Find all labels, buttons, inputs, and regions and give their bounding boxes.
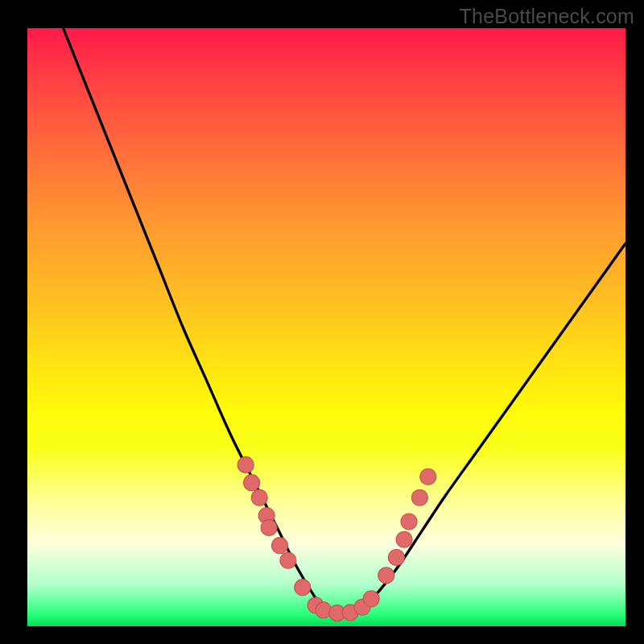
curve-marker	[378, 568, 394, 584]
curve-markers	[237, 456, 436, 621]
curve-marker	[363, 591, 379, 607]
watermark-text: TheBottleneck.com	[460, 5, 634, 28]
curve-marker	[251, 489, 267, 506]
chart-frame: TheBottleneck.com	[0, 0, 644, 644]
curve-marker	[411, 489, 427, 506]
curve-marker	[261, 519, 277, 535]
chart-svg	[27, 28, 625, 626]
curve-marker	[272, 538, 288, 554]
curve-marker	[295, 580, 311, 596]
curve-marker	[420, 469, 436, 485]
curve-marker	[237, 456, 254, 473]
curve-marker	[280, 552, 296, 568]
curve-marker	[388, 550, 404, 566]
bottleneck-curve	[64, 28, 625, 614]
plot-area	[27, 28, 625, 626]
curve-marker	[244, 475, 260, 491]
curve-marker	[316, 602, 332, 618]
curve-marker	[396, 531, 412, 547]
curve-marker	[401, 514, 417, 530]
